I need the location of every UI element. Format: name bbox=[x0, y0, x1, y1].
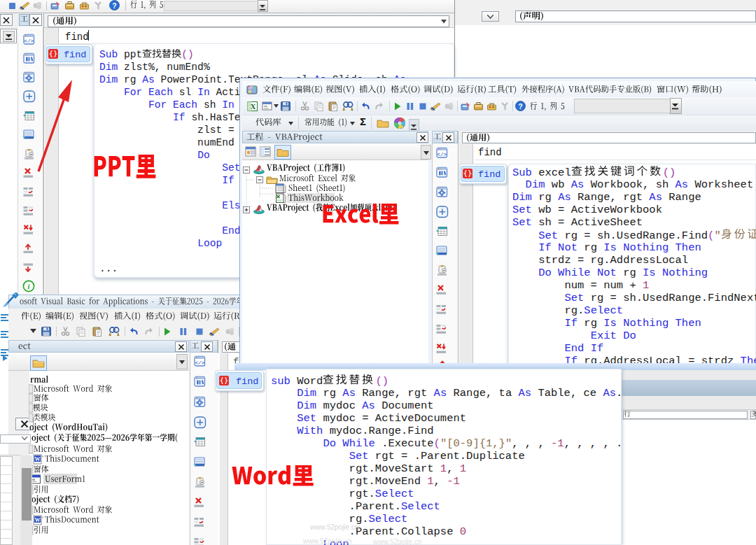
svg-text:</>: </> bbox=[195, 360, 204, 366]
svg-text:W: W bbox=[35, 517, 41, 523]
svg-text:X: X bbox=[251, 103, 256, 111]
svg-text:?: ? bbox=[112, 1, 116, 10]
svg-text:?: ? bbox=[518, 102, 522, 111]
svg-text:</>: </> bbox=[437, 152, 447, 157]
svg-text:</>: </> bbox=[24, 38, 34, 44]
svg-text:W: W bbox=[35, 456, 41, 462]
